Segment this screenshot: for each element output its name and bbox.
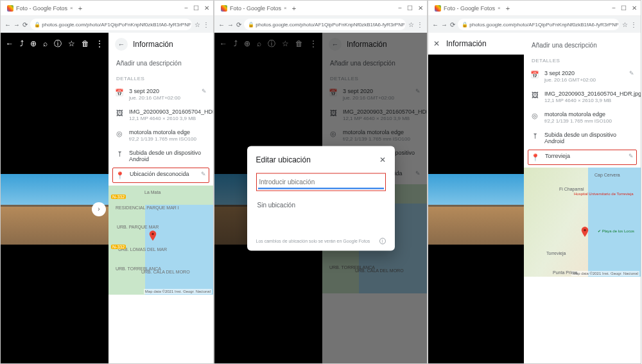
filesize-text: 12,1 MP 4640 × 2610 3,9 MB xyxy=(129,116,213,121)
dialog-footer-text: Los cambios de ubicación solo se verán e… xyxy=(256,239,370,243)
window-min-button[interactable]: − xyxy=(612,4,616,12)
star-icon[interactable]: ☆ xyxy=(195,21,200,28)
dialog-title: Editar ubicación xyxy=(256,155,311,164)
image-icon: 🖼 xyxy=(115,109,124,117)
next-photo-button[interactable]: › xyxy=(92,202,106,216)
window-min-button[interactable]: − xyxy=(184,4,188,12)
close-icon[interactable]: ✕ xyxy=(433,39,440,48)
nav-reload-icon[interactable]: ⟳ xyxy=(236,21,241,28)
omnibox[interactable]: 🔒 photos.google.com/photo/AF1QipPoFnKnpN… xyxy=(244,19,406,30)
map-label: Punta Prima xyxy=(553,270,578,275)
browser-tab[interactable]: Foto - Google Fotos × xyxy=(4,4,76,13)
tab-close-icon[interactable]: × xyxy=(498,5,501,11)
share-icon[interactable]: ⤴ xyxy=(20,39,24,48)
description-input[interactable]: Añadir una descripción xyxy=(108,56,213,71)
titlebar: Foto - Google Fotos × + − ☐ ✕ xyxy=(214,1,427,16)
browser-menu-icon[interactable]: ⋮ xyxy=(417,21,423,28)
omnibox[interactable]: 🔒 photos.google.com/photo/AF1QipPoFnKnpN… xyxy=(458,19,620,30)
window-close-button[interactable]: ✕ xyxy=(632,4,637,12)
camera-icon: ◎ xyxy=(530,112,539,120)
photo-image[interactable] xyxy=(428,174,524,245)
star-icon[interactable]: ☆ xyxy=(622,21,628,28)
details-label: DETALLES xyxy=(108,71,213,84)
new-tab-icon[interactable]: + xyxy=(292,4,296,12)
window-max-button[interactable]: ☐ xyxy=(407,4,413,12)
location-row[interactable]: 📍 Torrevieja ✎ xyxy=(528,150,637,165)
nav-forward-icon[interactable]: → xyxy=(441,21,447,28)
nav-back-icon[interactable]: ← xyxy=(218,21,225,28)
nav-back-icon[interactable]: ← xyxy=(432,21,438,28)
browser-menu-icon[interactable]: ⋮ xyxy=(630,21,637,28)
road-badge: N-332 xyxy=(111,245,126,249)
location-row[interactable]: 📍 Ubicación desconocida ✎ xyxy=(112,168,209,183)
edit-date-button[interactable]: ✎ xyxy=(629,70,634,76)
new-tab-icon[interactable]: + xyxy=(506,4,510,12)
window-max-button[interactable]: ☐ xyxy=(621,4,627,12)
camera-row: ◎ motorola motorola edgef/2,2 1/139 1.76… xyxy=(524,107,641,128)
upload-row: ⤒ Subida desde un dispositivo Android xyxy=(108,146,213,166)
nav-reload-icon[interactable]: ⟳ xyxy=(450,21,455,28)
window-max-button[interactable]: ☐ xyxy=(193,4,199,12)
new-tab-icon[interactable]: + xyxy=(78,4,82,12)
info-panel: ← Información Añadir una descripción DET… xyxy=(108,33,213,363)
window-2: Foto - Google Fotos × + − ☐ ✕ ← → ⟳ 🔒 ph… xyxy=(214,0,428,364)
browser-menu-icon[interactable]: ⋮ xyxy=(203,21,209,28)
location-input-highlight xyxy=(256,173,386,191)
star-icon[interactable]: ☆ xyxy=(408,21,414,28)
tab-title: Foto - Google Fotos xyxy=(444,5,495,12)
camera-text: motorola motorola edge xyxy=(129,129,207,135)
location-text: Ubicación desconocida xyxy=(130,171,196,177)
camera-icon: ◎ xyxy=(115,130,124,138)
svg-point-2 xyxy=(584,229,586,232)
titlebar: Foto - Google Fotos × + − ☐ ✕ xyxy=(1,1,213,16)
tab-close-icon[interactable]: × xyxy=(284,5,287,11)
url-text: photos.google.com/photo/AF1QipPoFnKnpNf0… xyxy=(469,22,620,28)
map-preview[interactable]: Map data ©2021 Inst. Geogr. Nacional La … xyxy=(108,186,213,295)
info-circle-icon[interactable]: i xyxy=(379,238,386,244)
favorite-icon[interactable]: ☆ xyxy=(68,39,75,48)
map-preview[interactable]: Map data ©2021 Inst. Geogr. Nacional Cap… xyxy=(524,168,641,277)
location-text: Torrevieja xyxy=(545,153,623,159)
info-icon[interactable]: ⓘ xyxy=(54,39,62,49)
tab-close-icon[interactable]: × xyxy=(70,5,73,11)
browser-tab[interactable]: Foto - Google Fotos × xyxy=(218,4,290,13)
window-close-button[interactable]: ✕ xyxy=(418,4,423,12)
viewer-back-icon[interactable]: ← xyxy=(6,39,13,48)
edit-date-button[interactable]: ✎ xyxy=(202,88,207,94)
location-icon: 📍 xyxy=(531,153,540,162)
close-panel-button[interactable]: ← xyxy=(115,38,128,51)
description-input[interactable]: Añadir una descripción xyxy=(524,38,641,53)
viewer-toolbar: ✕ Información xyxy=(428,33,524,55)
nav-forward-icon[interactable]: → xyxy=(227,21,234,28)
filename-text: IMG_20200903_201605704_HDR.jpg xyxy=(129,108,213,115)
delete-icon[interactable]: 🗑 xyxy=(82,39,89,48)
window-min-button[interactable]: − xyxy=(398,4,402,12)
svg-point-0 xyxy=(152,233,154,236)
location-input[interactable] xyxy=(258,175,384,189)
nav-reload-icon[interactable]: ⟳ xyxy=(22,21,28,28)
more-icon[interactable]: ⋮ xyxy=(96,39,103,48)
nav-forward-icon[interactable]: → xyxy=(13,21,20,28)
calendar-icon: 📅 xyxy=(530,71,539,79)
lock-icon: 🔒 xyxy=(34,22,40,28)
window-close-button[interactable]: ✕ xyxy=(204,4,209,12)
url-text: photos.google.com/photo/AF1QipPoFnKnpNf0… xyxy=(42,22,192,28)
map-label: Torrevieja xyxy=(546,251,566,256)
map-pin-icon xyxy=(580,227,589,236)
dialog-close-button[interactable]: ✕ xyxy=(379,155,386,164)
hospital-label: Hospital Universitario de Torrevieja xyxy=(574,192,634,196)
date-row: 📅 3 sept 2020jue. 20:16 GMT+02:00 ✎ xyxy=(524,66,641,87)
nav-back-icon[interactable]: ← xyxy=(4,21,11,28)
map-attribution: Map data ©2021 Inst. Geogr. Nacional xyxy=(144,289,212,294)
zoom-icon[interactable]: ⌕ xyxy=(43,39,48,48)
omnibox[interactable]: 🔒 photos.google.com/photo/AF1QipPoFnKnpN… xyxy=(30,19,192,30)
upload-row: ⤒ Subida desde un dispositivo Android xyxy=(524,128,641,148)
edit-location-button[interactable]: ✎ xyxy=(201,171,206,177)
add-icon[interactable]: ⊕ xyxy=(30,39,37,48)
arrow-left-icon: ← xyxy=(118,40,125,48)
browser-tab[interactable]: Foto - Google Fotos × xyxy=(432,4,503,13)
no-location-option[interactable]: Sin ubicación xyxy=(256,197,386,212)
favicon-icon xyxy=(221,5,227,12)
map-label: La Mata xyxy=(144,189,161,195)
edit-location-button[interactable]: ✎ xyxy=(629,153,634,159)
